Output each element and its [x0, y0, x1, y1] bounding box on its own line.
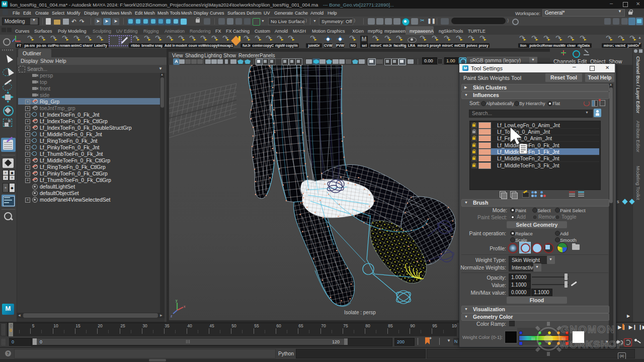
svg-text:z: z	[171, 314, 173, 318]
svg-text:x: x	[184, 305, 186, 308]
svg-text:WORKSHOP: WORKSHOP	[559, 339, 624, 350]
svg-text:GNOMON: GNOMON	[560, 323, 615, 335]
svg-text:Isolate : persp: Isolate : persp	[344, 310, 376, 315]
svg-text:y: y	[176, 299, 178, 303]
